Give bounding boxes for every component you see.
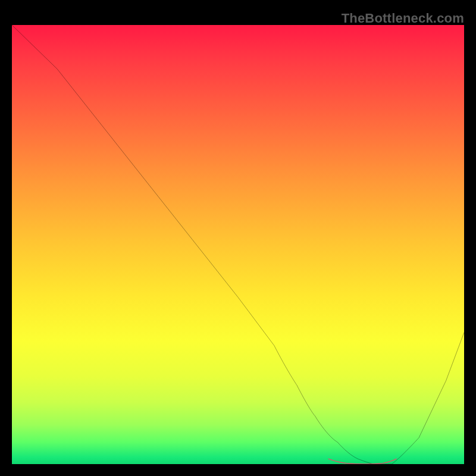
optimal-zone-marker — [328, 459, 396, 464]
chart-svg — [12, 25, 464, 464]
chart-area — [12, 25, 464, 464]
bottleneck-curve — [12, 25, 464, 464]
watermark-text: TheBottleneck.com — [342, 11, 464, 26]
